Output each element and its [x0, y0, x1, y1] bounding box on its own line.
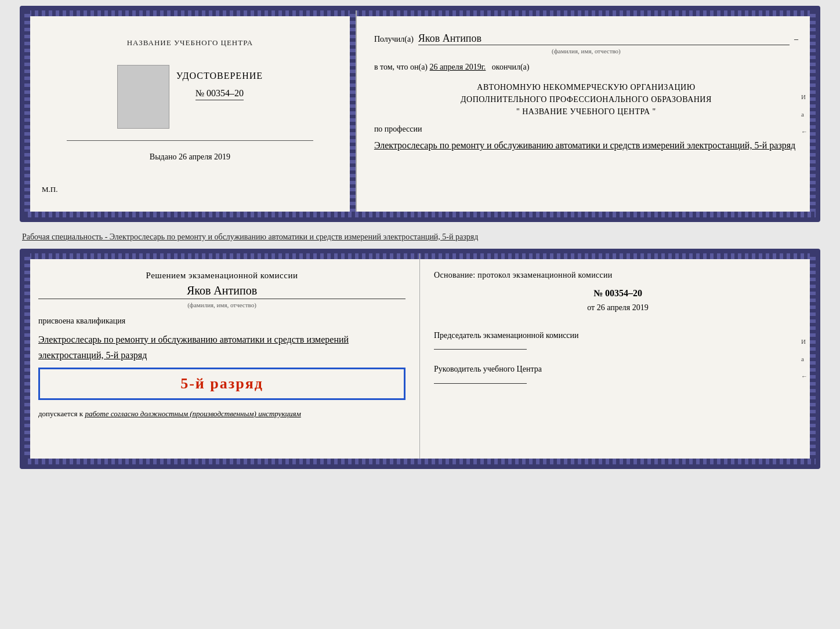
decision-text: Решением экзаменационной комиссии	[38, 271, 405, 281]
issued-row: Выдано 26 апреля 2019	[150, 152, 230, 162]
chairman-signature-line	[434, 349, 527, 350]
document-container: НАЗВАНИЕ УЧЕБНОГО ЦЕНТРА УДОСТОВЕРЕНИЕ №…	[20, 6, 820, 469]
bottom-left-panel: Решением экзаменационной комиссии Яков А…	[24, 253, 420, 464]
допускается-block: допускается к работе согласно должностны…	[38, 409, 405, 419]
допускается-text: работе согласно должностным (производств…	[85, 409, 300, 418]
top-certificate: НАЗВАНИЕ УЧЕБНОГО ЦЕНТРА УДОСТОВЕРЕНИЕ №…	[20, 6, 820, 222]
protocol-date: от 26 апреля 2019	[434, 303, 802, 312]
qualification-label: присвоена квалификация	[38, 317, 405, 326]
rank-badge: 5-й разряд	[38, 368, 405, 400]
photo-placeholder	[117, 65, 169, 129]
completed-date: 26 апреля 2019г.	[430, 63, 486, 71]
description-text: Рабочая специальность - Электрослесарь п…	[20, 227, 820, 244]
head-signature-line	[434, 383, 527, 384]
profession-label: по профессии	[374, 125, 798, 134]
cert-title: УДОСТОВЕРЕНИЕ	[176, 71, 263, 81]
completed-line: в том, что он(а) 26 апреля 2019г. окончи…	[374, 63, 798, 72]
basis-text: Основание: протокол экзаменационной коми…	[434, 271, 802, 280]
side-marks-top: И а ←	[801, 93, 808, 135]
dash: –	[794, 35, 798, 44]
qualification-text: Электрослесарь по ремонту и обслуживанию…	[38, 332, 405, 363]
top-org-name: НАЗВАНИЕ УЧЕБНОГО ЦЕНТРА	[127, 38, 253, 48]
cert-number: № 00354–20	[195, 88, 244, 100]
mp-label: М.П.	[42, 185, 57, 194]
completed-prefix: в том, что он(а)	[374, 63, 428, 71]
допускается-label: допускается к	[38, 409, 83, 418]
org-line2: ДОПОЛНИТЕЛЬНОГО ПРОФЕССИОНАЛЬНОГО ОБРАЗО…	[374, 93, 798, 106]
date-prefix: от	[587, 303, 595, 312]
recipient-fio-caption: (фамилия, имя, отчество)	[374, 48, 798, 54]
profession-text: Электрослесарь по ремонту и обслуживанию…	[374, 137, 798, 154]
head-label: Руководитель учебного Центра	[434, 363, 802, 375]
bottom-fio-caption: (фамилия, имя, отчество)	[38, 301, 405, 308]
org-block: АВТОНОМНУЮ НЕКОММЕРЧЕСКУЮ ОРГАНИЗАЦИЮ ДО…	[374, 81, 798, 118]
top-left-panel: НАЗВАНИЕ УЧЕБНОГО ЦЕНТРА УДОСТОВЕРЕНИЕ №…	[24, 10, 357, 217]
side-marks-bottom: И а ←	[801, 338, 808, 380]
recipient-name: Яков Антипов	[418, 32, 790, 45]
recipient-line: Получил(а) Яков Антипов –	[374, 32, 798, 45]
head-block: Руководитель учебного Центра	[434, 363, 802, 392]
completed-suffix: окончил(а)	[492, 63, 530, 71]
top-right-panel: Получил(а) Яков Антипов – (фамилия, имя,…	[357, 10, 816, 217]
bottom-right-panel: Основание: протокол экзаменационной коми…	[420, 253, 816, 464]
recipient-label: Получил(а)	[374, 35, 414, 44]
date-value: 26 апреля 2019	[597, 303, 649, 312]
protocol-number: № 00354–20	[434, 288, 802, 299]
bottom-name: Яков Антипов	[38, 284, 405, 299]
issued-date: 26 апреля 2019	[179, 152, 230, 161]
issued-label: Выдано	[150, 152, 177, 161]
chairman-label: Председатель экзаменационной комиссии	[434, 330, 802, 341]
bottom-certificate: Решением экзаменационной комиссии Яков А…	[20, 249, 820, 469]
org-line3: " НАЗВАНИЕ УЧЕБНОГО ЦЕНТРА "	[374, 106, 798, 118]
org-line1: АВТОНОМНУЮ НЕКОММЕРЧЕСКУЮ ОРГАНИЗАЦИЮ	[374, 81, 798, 93]
chairman-block: Председатель экзаменационной комиссии	[434, 330, 802, 358]
